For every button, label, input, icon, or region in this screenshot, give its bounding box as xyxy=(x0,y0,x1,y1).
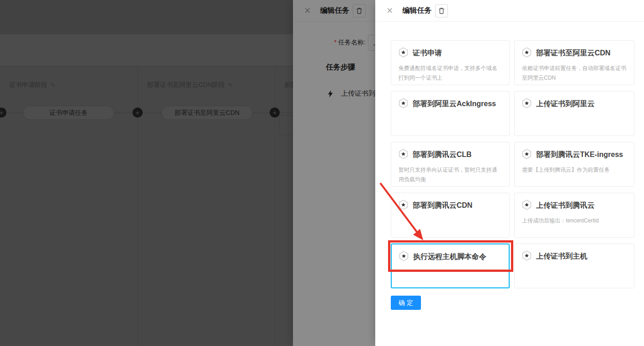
task-card-title: 上传证书到主机 xyxy=(536,252,587,261)
task-card[interactable]: 执行远程主机脚本命令 xyxy=(391,243,510,288)
hexagon-badge-icon xyxy=(399,200,408,212)
hexagon-badge-icon xyxy=(522,250,532,263)
confirm-button[interactable]: 确 定 xyxy=(391,296,421,310)
task-card-title: 证书申请 xyxy=(413,49,442,58)
task-card[interactable]: 部署到腾讯云CLB 暂时只支持单向认证证书，暂时只支持通用负载均衡 xyxy=(391,142,510,187)
task-card-title: 上传证书到阿里云 xyxy=(536,99,595,109)
task-card-head: 上传证书到腾讯云 xyxy=(522,200,627,212)
task-card-grid: 证书申请 免费通配符域名证书申请，支持多个域名打到同一个证书上 部署证书至阿里云… xyxy=(391,40,634,288)
task-card-title: 上传证书到腾讯云 xyxy=(536,201,595,211)
hexagon-badge-icon xyxy=(522,149,532,161)
task-type-picker-title: 编辑任务 xyxy=(402,6,431,16)
task-card[interactable]: 上传证书到阿里云 xyxy=(514,91,634,136)
hexagon-badge-icon xyxy=(522,200,532,212)
task-card-head: 部署到阿里云AckIngress xyxy=(399,98,502,110)
hexagon-badge-icon xyxy=(522,98,532,110)
task-card-head: 上传证书到主机 xyxy=(522,250,627,263)
task-card-head: 部署到腾讯云CDN xyxy=(399,200,502,212)
task-card[interactable]: 上传证书到腾讯云 上传成功后输出：tencentCertId xyxy=(514,193,634,238)
task-card-desc: 上传成功后输出：tencentCertId xyxy=(522,216,627,226)
hexagon-badge-icon xyxy=(399,47,408,59)
task-card-title: 部署到腾讯云CDN xyxy=(413,201,473,211)
task-card-head: 部署证书至阿里云CDN xyxy=(522,47,627,59)
hexagon-badge-icon xyxy=(399,251,409,263)
hexagon-badge-icon xyxy=(399,149,408,161)
task-card-desc: 需要【上传到腾讯云】作为前置任务 xyxy=(522,165,627,175)
task-card-title: 部署到腾讯云TKE-ingress xyxy=(536,150,623,160)
hexagon-badge-icon xyxy=(399,98,408,110)
task-card-desc: 依赖证书申请前置任务，自动部署域名证书至阿里云CDN xyxy=(522,64,627,83)
task-card-title: 部署证书至阿里云CDN xyxy=(536,49,611,58)
task-card-head: 部署到腾讯云TKE-ingress xyxy=(522,149,627,161)
task-card[interactable]: 证书申请 免费通配符域名证书申请，支持多个域名打到同一个证书上 xyxy=(391,40,510,85)
task-card-desc: 暂时只支持单向认证证书，暂时只支持通用负载均衡 xyxy=(399,165,502,184)
delete-task-button[interactable] xyxy=(435,4,448,17)
task-type-picker-drawer: × 编辑任务 证书申请 免费通配符域名证书申请，支持多个域名打到同一个证书上 xyxy=(375,0,644,346)
task-card-head: 证书申请 xyxy=(399,47,502,59)
task-card[interactable]: 上传证书到主机 xyxy=(514,243,634,288)
task-card[interactable]: 部署到腾讯云TKE-ingress 需要【上传到腾讯云】作为前置任务 xyxy=(514,142,634,187)
task-card-head: 执行远程主机脚本命令 xyxy=(399,251,501,263)
task-card-title: 部署到腾讯云CLB xyxy=(413,150,472,160)
task-card-desc: 免费通配符域名证书申请，支持多个域名打到同一个证书上 xyxy=(399,64,502,83)
screen: 证书申请阶段✎证书申请任务部署证书至阿里云CDN阶段✎部署证书至阿里云CDN新阶… xyxy=(0,0,644,346)
task-card-head: 部署到腾讯云CLB xyxy=(399,149,502,161)
task-card-title: 执行远程主机脚本命令 xyxy=(413,252,486,262)
task-card-head: 上传证书到阿里云 xyxy=(522,98,627,110)
close-icon[interactable]: × xyxy=(387,6,393,15)
task-card-title: 部署到阿里云AckIngress xyxy=(413,99,496,109)
task-card[interactable]: 部署证书至阿里云CDN 依赖证书申请前置任务，自动部署域名证书至阿里云CDN xyxy=(514,40,634,85)
trash-icon xyxy=(438,7,445,14)
task-card[interactable]: 部署到腾讯云CDN xyxy=(391,193,510,238)
task-card[interactable]: 部署到阿里云AckIngress xyxy=(391,91,510,136)
task-type-picker-header: × 编辑任务 xyxy=(375,0,644,22)
hexagon-badge-icon xyxy=(522,47,532,59)
